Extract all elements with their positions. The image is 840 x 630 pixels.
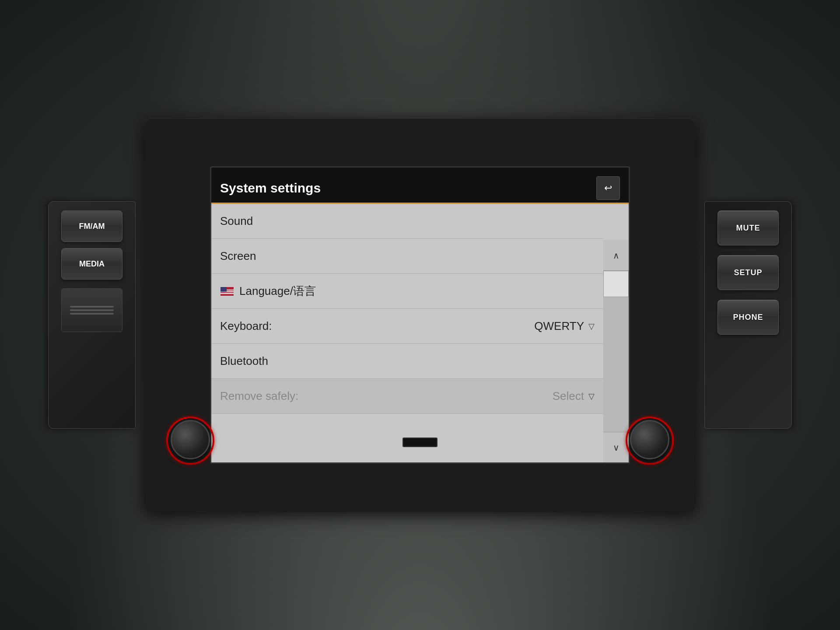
head-unit: FM/AM MEDIA MUTE SETUP PHONE System sett… (144, 118, 696, 512)
menu-item-language[interactable]: Language/语言 (211, 274, 603, 309)
remove-safely-row: Remove safely: Select ▽ (220, 389, 595, 403)
language-label: Language/语言 (239, 284, 316, 299)
scroll-up-button[interactable]: ∧ (603, 240, 629, 271)
keyboard-label: Keyboard: (220, 319, 272, 333)
menu-item-remove-safely[interactable]: Remove safely: Select ▽ (211, 379, 603, 414)
strip-line-1 (70, 306, 114, 308)
media-button[interactable]: MEDIA (61, 248, 122, 280)
bluetooth-label: Bluetooth (220, 354, 268, 368)
screen: System settings ↩ Sound (211, 168, 629, 462)
screen-container: System settings ↩ Sound (210, 166, 630, 464)
remove-safely-dropdown-icon: ▽ (588, 392, 595, 401)
mute-button[interactable]: MUTE (718, 210, 779, 245)
menu-item-sound[interactable]: Sound (211, 204, 603, 239)
left-panel: FM/AM MEDIA (48, 201, 136, 429)
menu-list: Sound Screen Language/语言 (211, 204, 629, 414)
car-panel: FM/AM MEDIA MUTE SETUP PHONE System sett… (0, 0, 840, 630)
keyboard-value: QWERTY (534, 319, 584, 333)
phone-button[interactable]: PHONE (718, 300, 779, 335)
scroll-handle[interactable] (603, 271, 629, 297)
screen-label: Screen (220, 249, 256, 263)
left-strip (61, 288, 122, 332)
remove-safely-value-container: Select ▽ (553, 389, 595, 403)
us-flag-icon (220, 287, 234, 296)
page-title: System settings (220, 181, 321, 196)
screen-content: Sound Screen Language/语言 (211, 204, 629, 462)
back-icon: ↩ (604, 182, 612, 194)
back-button[interactable]: ↩ (596, 176, 620, 200)
sound-label: Sound (220, 214, 253, 228)
keyboard-value-container: QWERTY ▽ (534, 319, 595, 333)
usb-slot (402, 438, 438, 447)
screen-header: System settings ↩ (211, 168, 629, 203)
strip-line-2 (70, 309, 114, 311)
remove-safely-value: Select (553, 389, 584, 403)
strip-line-3 (70, 313, 114, 315)
scroll-track (603, 271, 629, 432)
keyboard-dropdown-icon: ▽ (588, 322, 595, 331)
fm-am-button[interactable]: FM/AM (61, 210, 122, 242)
setup-button[interactable]: SETUP (718, 255, 779, 290)
keyboard-row: Keyboard: QWERTY ▽ (220, 319, 595, 333)
volume-knob[interactable] (630, 420, 669, 459)
right-panel: MUTE SETUP PHONE (704, 201, 792, 429)
menu-item-bluetooth[interactable]: Bluetooth (211, 344, 603, 379)
right-separator-2 (722, 294, 774, 295)
scrollbar: ∧ ∨ (603, 240, 629, 462)
scroll-down-icon: ∨ (613, 442, 620, 453)
remove-safely-label: Remove safely: (220, 389, 298, 403)
menu-item-keyboard[interactable]: Keyboard: QWERTY ▽ (211, 309, 603, 344)
scroll-down-button[interactable]: ∨ (603, 432, 629, 462)
menu-item-screen[interactable]: Screen (211, 239, 603, 274)
right-separator-1 (722, 250, 774, 251)
scroll-up-icon: ∧ (613, 250, 620, 261)
power-knob[interactable] (171, 420, 210, 459)
